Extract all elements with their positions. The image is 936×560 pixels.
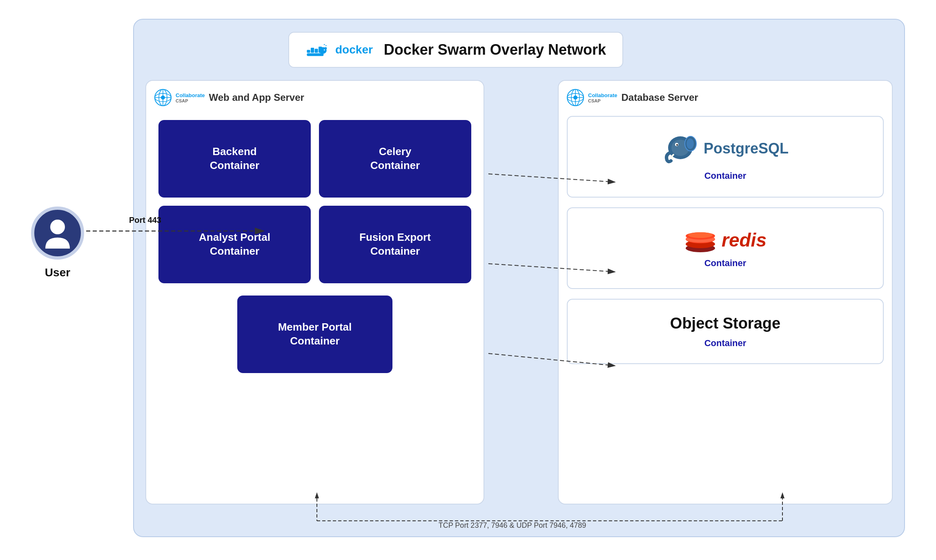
svg-point-7	[324, 49, 325, 51]
postgres-elephant-icon	[662, 132, 699, 165]
docker-text-icon: docker	[335, 42, 377, 58]
web-server-label: Collaborate CSAP Web and App Server	[154, 89, 475, 106]
diagram-root: docker Docker Swarm Overlay Network Coll…	[19, 11, 917, 549]
user-section: User	[31, 207, 84, 279]
user-label: User	[45, 266, 70, 279]
svg-rect-1	[311, 48, 314, 53]
fusion-export-container[interactable]: Fusion Export Container	[319, 206, 471, 283]
backend-container[interactable]: Backend Container	[158, 120, 311, 198]
user-avatar	[31, 207, 84, 260]
redis-logo: redis	[684, 228, 767, 252]
svg-rect-0	[307, 50, 310, 53]
tcp-port-label: TCP Port 2377, 7946 & UDP Port 7946, 478…	[439, 521, 586, 530]
postgres-logo: PostgreSQL	[662, 132, 789, 165]
svg-rect-2	[314, 49, 318, 53]
docker-whale-icon	[305, 40, 328, 60]
db-server-box: Collaborate CSAP Database Server	[558, 80, 893, 504]
object-storage-label: Container	[704, 338, 747, 349]
csap-db-icon	[567, 89, 584, 106]
docker-title: Docker Swarm Overlay Network	[384, 41, 606, 58]
redis-text: redis	[722, 229, 767, 251]
svg-point-32	[688, 232, 713, 238]
celery-container[interactable]: Celery Container	[319, 120, 471, 198]
web-server-box: Collaborate CSAP Web and App Server Back…	[145, 80, 484, 504]
svg-rect-4	[307, 53, 323, 56]
redis-container: redis Container	[567, 207, 884, 289]
user-person-icon	[43, 218, 72, 249]
svg-point-24	[686, 138, 694, 149]
svg-point-33	[50, 220, 65, 234]
containers-grid: Backend Container Celery Container Analy…	[154, 116, 475, 287]
docker-header: docker Docker Swarm Overlay Network	[288, 32, 623, 68]
postgres-label: Container	[704, 171, 747, 181]
svg-text:docker: docker	[335, 43, 373, 56]
member-portal-container[interactable]: Member Portal Container	[237, 296, 392, 373]
object-storage-title: Object Storage	[670, 315, 780, 332]
db-server-title: Database Server	[622, 92, 698, 103]
member-portal-row: Member Portal Container	[154, 296, 475, 373]
postgres-container: PostgreSQL Container	[567, 116, 884, 198]
csap-web-icon	[154, 89, 172, 106]
redis-icon	[684, 228, 717, 252]
web-server-title: Web and App Server	[209, 92, 304, 103]
db-server-label: Collaborate CSAP Database Server	[567, 89, 884, 106]
svg-point-6	[324, 47, 327, 49]
redis-label: Container	[704, 258, 747, 269]
analyst-portal-container[interactable]: Analyst Portal Container	[158, 206, 311, 283]
postgres-text: PostgreSQL	[704, 140, 789, 157]
object-storage-container: Object Storage Container	[567, 299, 884, 364]
svg-point-26	[676, 144, 678, 146]
